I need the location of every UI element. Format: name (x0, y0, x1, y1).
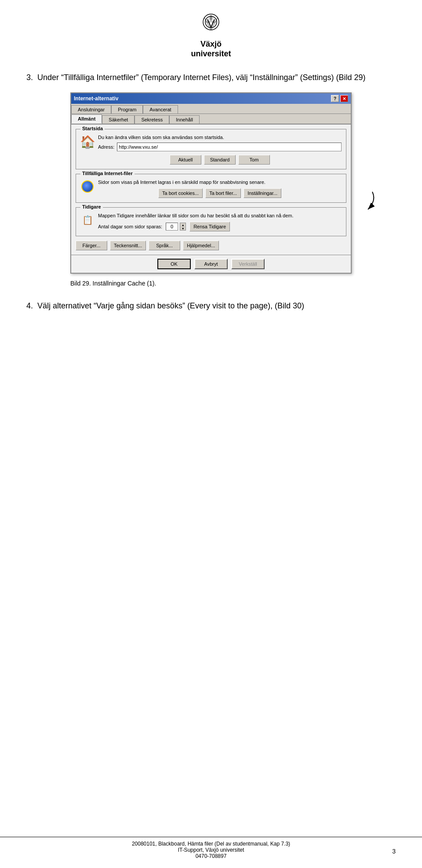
house-icon: 🏠 (80, 135, 95, 149)
hjalpmedel-button[interactable]: Hjälpmedel... (183, 241, 219, 250)
startsida-content: 🏠 Du kan ändra vilken sida som ska använ… (80, 135, 342, 165)
ie-icon (81, 180, 94, 193)
tillfälliga-label: Tillfälliga Internet-filer (80, 171, 135, 176)
startsida-buttons: Aktuell Standard Tom (98, 155, 342, 165)
footer-line2: IT-Support, Växjö universitet (178, 847, 244, 853)
arrow-annotation (342, 187, 377, 214)
spinner-wrapper: ▲ ▼ (166, 223, 186, 231)
logo-svg (198, 13, 224, 40)
caption-text: Bild 29. Inställningar Cache (1). (70, 280, 352, 287)
tab-allmant[interactable]: Allmänt (71, 114, 102, 124)
tillfälliga-content: Sidor som visas på Internet lagras i en … (80, 179, 342, 198)
spinner-input[interactable] (166, 223, 178, 231)
tab-program[interactable]: Program (111, 105, 143, 114)
spinner-arrows: ▲ ▼ (180, 223, 186, 231)
dialog-titlebar: Internet-alternativ ? ✕ (71, 93, 351, 104)
step3-text: Under “Tillfälliga Internetfiler” (Tempo… (37, 73, 366, 82)
tab-avancerat[interactable]: Avancerat (143, 105, 178, 114)
farger-button[interactable]: Färger... (76, 241, 107, 250)
tillfälliga-buttons: Ta bort cookies... Ta bort filer... Inst… (98, 188, 342, 198)
logo-text: Växjö universitet (191, 40, 231, 59)
dialog-screenshot: Internet-alternativ ? ✕ Anslutningar Pro… (70, 92, 352, 274)
rensa-tidigare-button[interactable]: Rensa Tidigare (189, 222, 230, 231)
logo-line1: Växjö (200, 40, 222, 48)
avbryt-button[interactable]: Avbryt (194, 259, 228, 269)
dialog-body: Startsida 🏠 Du kan ändra vilken sida som… (71, 125, 351, 255)
installningar-button[interactable]: Inställningar... (244, 188, 281, 198)
close-button[interactable]: ✕ (340, 95, 348, 102)
tab-innehall[interactable]: Innehåll (169, 115, 200, 124)
page-footer: 20080101, Blackboard, Hämta filer (Del a… (0, 837, 422, 859)
spinner-row: Antal dagar som sidor sparas: ▲ ▼ Rensa … (98, 222, 342, 231)
dialog-bottom-row: OK Avbryt Verkställ (71, 255, 351, 273)
tab-anslutningar[interactable]: Anslutningar (71, 105, 111, 114)
bottom-buttons-row: Färger... Teckensnitt... Språk... Hjälpm… (76, 241, 346, 250)
tidigare-label: Tidigare (80, 204, 103, 209)
tidigare-content: 📋 Mappen Tidigare innehåller länkar till… (80, 213, 342, 231)
standard-button[interactable]: Standard (204, 155, 236, 165)
sprak-button[interactable]: Språk... (149, 241, 180, 250)
tidigare-description: Mappen Tidigare innehåller länkar till s… (98, 213, 342, 231)
aktuell-button[interactable]: Aktuell (170, 155, 201, 165)
history-icon-wrapper: 📋 (80, 213, 95, 227)
step3-header: 3. Under “Tillfälliga Internetfiler” (Te… (26, 72, 396, 84)
page-container: Växjö universitet 3. Under “Tillfälliga … (0, 0, 422, 868)
tab-sekretess[interactable]: Sekretess (135, 115, 169, 124)
verkstall-button[interactable]: Verkställ (231, 259, 265, 269)
ta-bort-filer-button[interactable]: Ta bort filer... (205, 188, 241, 198)
step4-header: 4. Välj alternativet “Varje gång sidan b… (26, 300, 396, 312)
main-content: 3. Under “Tillfälliga Internetfiler” (Te… (26, 72, 396, 321)
address-label: Adress: (98, 144, 114, 150)
titlebar-buttons: ? ✕ (331, 95, 348, 102)
tillfälliga-desc-text: Sidor som visas på Internet lagras i en … (98, 179, 266, 185)
logo-line2: universitet (191, 49, 231, 58)
ok-button[interactable]: OK (157, 259, 191, 269)
logo-area: Växjö universitet (191, 13, 231, 59)
startsida-label: Startsida (80, 126, 105, 131)
spinner-label: Antal dagar som sidor sparas: (98, 224, 162, 229)
tab-row-top: Anslutningar Program Avancerat (71, 104, 351, 114)
ie-icon-wrapper (80, 179, 95, 194)
teckensnitt-button[interactable]: Teckensnitt... (110, 241, 146, 250)
spinner-up-button[interactable]: ▲ (180, 223, 186, 227)
tab-sakerhet[interactable]: Säkerhet (102, 115, 135, 124)
help-button[interactable]: ? (331, 95, 339, 102)
tillfälliga-section: Tillfälliga Internet-filer Sidor som vis… (76, 174, 346, 203)
dialog-title-text: Internet-alternativ (74, 95, 118, 102)
spinner-down-button[interactable]: ▼ (180, 227, 186, 230)
ta-bort-cookies-button[interactable]: Ta bort cookies... (158, 188, 203, 198)
address-row: Adress: (98, 143, 342, 151)
step3-label: 3. (26, 73, 33, 82)
tab-row-second: Allmänt Säkerhet Sekretess Innehåll (71, 114, 351, 125)
history-icon: 📋 (82, 216, 93, 224)
startsida-description: Du kan ändra vilken sida som ska använda… (98, 135, 342, 165)
tidigare-section: Tidigare 📋 Mappen Tidigare innehåller lä… (76, 207, 346, 236)
footer-line1: 20080101, Blackboard, Hämta filer (Del a… (132, 841, 290, 847)
footer-line3: 0470-708897 (196, 853, 227, 859)
startsida-desc-text: Du kan ändra vilken sida som ska använda… (98, 135, 224, 140)
address-input[interactable] (117, 143, 342, 151)
tidigare-desc-text: Mappen Tidigare innehåller länkar till s… (98, 213, 294, 218)
step4-label: 4. (26, 301, 33, 310)
startsida-section: Startsida 🏠 Du kan ändra vilken sida som… (76, 129, 346, 169)
tom-button[interactable]: Tom (238, 155, 270, 165)
tillfälliga-description: Sidor som visas på Internet lagras i en … (98, 179, 342, 198)
step4-text: Välj alternativet “Varje gång sidan besö… (37, 301, 304, 310)
